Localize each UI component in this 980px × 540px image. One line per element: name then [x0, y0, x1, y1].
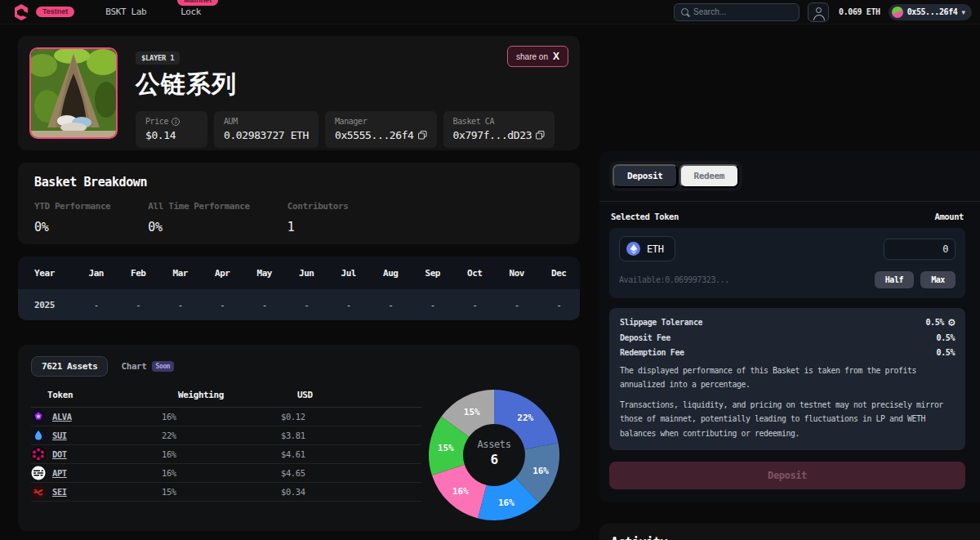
donut-slice-label: 22%: [517, 413, 533, 423]
settings-gear-icon[interactable]: ⚙: [948, 316, 955, 328]
info-icon[interactable]: i: [172, 118, 180, 126]
donut-slice-label: 15%: [464, 407, 480, 417]
performance-note: The displayed performance of this Basket…: [620, 364, 955, 391]
alva-icon: [31, 409, 46, 424]
token-row: DOT16%$4.61: [31, 445, 421, 464]
token-usd: $0.34: [281, 487, 421, 497]
breakdown-stat: Contributors1: [287, 201, 349, 234]
deposit-redeem-tabs: DepositRedeem: [609, 161, 742, 191]
token-link-alva[interactable]: ALVA: [52, 412, 72, 422]
breakdown-title: Basket Breakdown: [34, 175, 564, 190]
donut-slice-label: 16%: [498, 498, 514, 508]
donut-slice-label: 16%: [452, 486, 469, 497]
soon-badge: Soon: [152, 361, 175, 372]
testnet-badge: Testnet: [36, 7, 74, 17]
token-table-header: TokenWeightingUSD: [31, 388, 421, 408]
token-weighting: 15%: [162, 487, 281, 497]
breakdown-stat: All Time Performance0%: [148, 201, 249, 234]
search-input[interactable]: [693, 7, 792, 16]
stat-cards: Pricei$0.14AUM0.02983727 ETHManager0x555…: [136, 111, 555, 148]
token-usd: $0.12: [281, 412, 421, 422]
token-weighting: 22%: [162, 431, 281, 440]
donut-slice-label: 15%: [438, 443, 454, 453]
token-row: ALVA16%$0.12: [31, 408, 421, 426]
nav-item-lock[interactable]: Mainnet Lock: [180, 7, 201, 17]
wallet-avatar: [892, 7, 903, 18]
token-usd: $3.81: [281, 431, 421, 440]
basket-title: 公链系列: [136, 68, 555, 101]
year-table-header: YearJanFebMarAprMayJunJulAugSepOctNovDec: [18, 257, 580, 289]
wallet-address-button[interactable]: 0x55...26f4 ▾: [889, 4, 972, 20]
mainnet-badge: Mainnet: [177, 0, 218, 6]
user-profile-button[interactable]: [808, 2, 829, 22]
stat-card-manager: Manager0x5555...26f4: [325, 111, 437, 148]
basket-image: [29, 47, 118, 139]
assets-card: 7621 Assets Chart Soon TokenWeightingUSD…: [18, 345, 580, 531]
x-logo-icon: X: [553, 51, 559, 62]
breakdown-stats: YTD Performance0%All Time Performance0%C…: [34, 201, 564, 234]
amount-label: Amount: [934, 212, 964, 221]
wallet-address: 0x55...26f4: [907, 7, 958, 16]
allocation-donut-chart: 22%16%16%16%15%15% Assets 6: [421, 388, 567, 522]
token-amount-box: ETH Available:0.069997323... Half Max: [609, 228, 965, 298]
copy-icon[interactable]: [536, 131, 545, 140]
basket-breakdown-card: Basket Breakdown YTD Performance0%All Ti…: [18, 163, 580, 244]
testnet-note: Transactions, liquidity, and pricing on …: [620, 398, 955, 440]
token-row: APT16%$4.65: [31, 464, 421, 483]
max-button[interactable]: Max: [920, 271, 956, 288]
token-table: TokenWeightingUSD ALVA16%$0.12SUI22%$3.8…: [31, 388, 421, 522]
sui-icon: [31, 428, 46, 443]
activity-card: Activity WalletETHTypeDate & Time (UTC): [599, 524, 980, 540]
share-label: share on: [516, 52, 548, 61]
trade-panel: DepositRedeem Selected Token Amount ETH: [599, 151, 980, 502]
dot-icon: [31, 447, 46, 462]
activity-title: Activity: [611, 535, 967, 540]
tab-chart-label: Chart: [121, 361, 146, 372]
token-weighting: 16%: [162, 449, 281, 459]
token-row: SEI15%$0.34: [31, 483, 421, 502]
amount-input[interactable]: [884, 239, 956, 260]
trade-tab-redeem[interactable]: Redeem: [679, 164, 739, 188]
tab-assets[interactable]: 7621 Assets: [31, 356, 108, 377]
copy-icon[interactable]: [418, 131, 427, 140]
token-link-sei[interactable]: SEI: [52, 487, 67, 497]
search-box: [674, 3, 800, 21]
bskt-logo-icon[interactable]: [11, 2, 31, 22]
fee-row: Slippage Tolerance0.5%⚙: [620, 316, 955, 328]
layer-tag: $LAYER 1: [136, 51, 180, 65]
half-button[interactable]: Half: [875, 271, 914, 288]
token-row: SUI22%$3.81: [31, 426, 421, 445]
token-link-dot[interactable]: DOT: [52, 449, 67, 459]
deposit-submit-button[interactable]: Deposit: [609, 462, 965, 489]
nav-lock-label: Lock: [180, 7, 201, 17]
stat-card-aum: AUM0.02983727 ETH: [214, 111, 318, 148]
donut-slice-label: 16%: [532, 466, 549, 476]
eth-balance: 0.069 ETH: [839, 7, 880, 16]
breakdown-stat: YTD Performance0%: [34, 201, 110, 234]
trade-tab-deposit[interactable]: Deposit: [612, 164, 678, 188]
token-usd: $4.65: [281, 468, 421, 478]
stat-card-price: Pricei$0.14: [136, 111, 207, 148]
token-weighting: 16%: [162, 468, 281, 478]
stat-card-basket-ca: Basket CA0x797f...dD23: [443, 111, 555, 148]
selected-token-label: Selected Token: [611, 212, 679, 221]
search-icon: [681, 8, 688, 16]
fee-row: Deposit Fee0.5%: [620, 333, 955, 342]
share-on-x-button[interactable]: share on X: [507, 46, 568, 67]
fee-row: Redemption Fee0.5%: [620, 348, 955, 357]
token-selector-button[interactable]: ETH: [619, 236, 675, 261]
year-table-row: 2025------------: [18, 289, 580, 320]
token-link-apt[interactable]: APT: [52, 468, 67, 478]
ethereum-icon: [626, 242, 640, 256]
token-usd: $4.61: [281, 449, 421, 459]
available-balance: Available:0.069997323...: [619, 275, 729, 284]
sei-icon: [31, 484, 46, 499]
fees-info-box: Slippage Tolerance0.5%⚙Deposit Fee0.5%Re…: [609, 308, 965, 450]
nav-item-bskt-lab[interactable]: BSKT Lab: [105, 7, 146, 17]
basket-header-card: $LAYER 1 公链系列 Pricei$0.14AUM0.02983727 E…: [18, 36, 580, 150]
token-weighting: 16%: [162, 412, 281, 422]
yearly-performance-table: YearJanFebMarAprMayJunJulAugSepOctNovDec…: [18, 257, 580, 320]
tab-chart[interactable]: Chart Soon: [121, 361, 174, 372]
top-navbar: Testnet BSKT Lab Mainnet Lock 0.069 ETH …: [0, 0, 980, 25]
token-link-sui[interactable]: SUI: [52, 431, 67, 440]
